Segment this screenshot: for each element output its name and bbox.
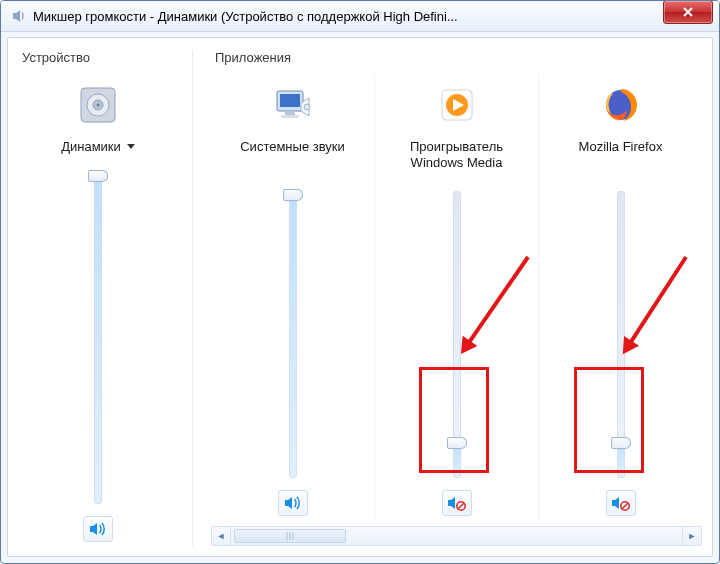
device-label-text: Динамики [61, 139, 121, 154]
app-volume-slider-system[interactable] [215, 185, 370, 482]
app-icon-wmp [439, 77, 475, 133]
svg-point-8 [304, 104, 310, 110]
device-group: Устройство Динамики [18, 50, 193, 546]
titlebar: Микшер громкости - Динамики (Устройство … [1, 1, 719, 32]
horizontal-scrollbar[interactable]: ◄ ► [211, 526, 702, 546]
app-column-wmp: ПроигрывательWindows Media [375, 75, 539, 520]
close-icon [682, 7, 694, 17]
app-volume-slider-wmp[interactable] [379, 185, 534, 482]
window-title: Микшер громкости - Динамики (Устройство … [33, 9, 715, 24]
device-icon [77, 77, 119, 133]
chevron-down-icon [127, 144, 135, 149]
app-mute-button-system[interactable] [278, 490, 308, 516]
app-mute-button-wmp[interactable] [442, 490, 472, 516]
device-dropdown[interactable]: Динамики [61, 139, 135, 154]
app-column-system: Системные звуки [211, 75, 375, 520]
close-button[interactable] [663, 0, 713, 24]
app-label: Системные звуки [240, 139, 345, 173]
device-volume-slider[interactable] [22, 166, 174, 508]
svg-rect-6 [285, 112, 295, 115]
app-mute-button-firefox[interactable] [606, 490, 636, 516]
scrollbar-thumb[interactable] [234, 529, 346, 543]
app-icon-system [271, 77, 315, 133]
app-volume-slider-firefox[interactable] [543, 185, 698, 482]
scroll-left-button[interactable]: ◄ [212, 527, 231, 545]
svg-line-15 [622, 503, 628, 509]
app-icon-firefox [602, 77, 640, 133]
speaker-icon [11, 8, 27, 24]
device-column: Динамики [18, 75, 178, 546]
app-label: Mozilla Firefox [579, 139, 663, 173]
speaker-muted-icon [447, 495, 467, 511]
device-group-title: Устройство [22, 50, 178, 65]
mixer-window: Микшер громкости - Динамики (Устройство … [0, 0, 720, 564]
apps-group: Приложения Системные звукиПроигрывательW… [211, 50, 702, 546]
speaker-on-icon [284, 496, 302, 510]
svg-rect-7 [281, 115, 299, 118]
speaker-on-icon [89, 522, 107, 536]
svg-rect-5 [280, 94, 300, 107]
client-area: Устройство Динамики [7, 37, 713, 557]
svg-line-12 [458, 503, 464, 509]
apps-group-title: Приложения [215, 50, 702, 65]
speaker-muted-icon [611, 495, 631, 511]
device-mute-button[interactable] [83, 516, 113, 542]
app-column-firefox: Mozilla Firefox [539, 75, 702, 520]
svg-point-3 [97, 104, 100, 107]
app-label: ПроигрывательWindows Media [410, 139, 503, 173]
scroll-right-button[interactable]: ► [682, 527, 701, 545]
